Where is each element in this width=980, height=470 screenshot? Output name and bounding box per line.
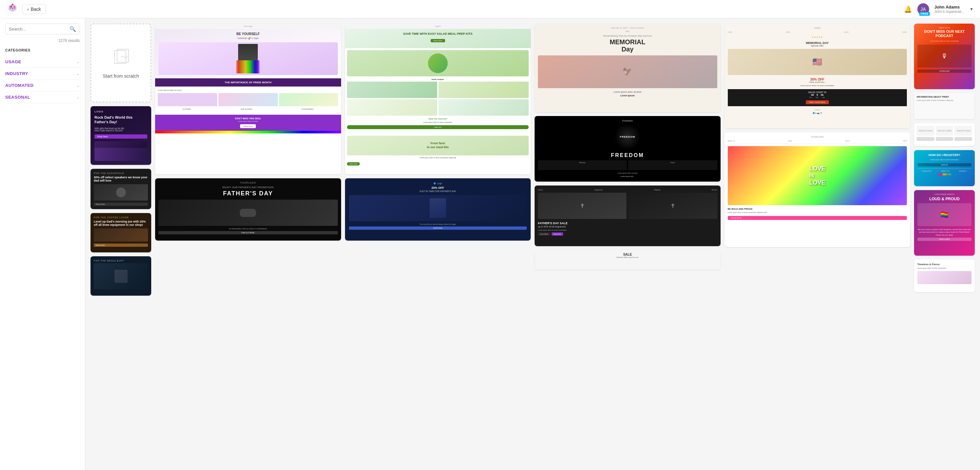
template-card-fathers-day-vr[interactable]: YOURLOGO ENJOY OUR FATHER'S DAY PROMOTIO… [155, 178, 341, 241]
template-card-fathers-fragrances[interactable]: ImprintFragrancesShippingWovers ✝ ✝ FATH… [535, 186, 721, 246]
card-body: PODCAST SALON PODCAST LOREM PODCAST IPSU… [914, 123, 975, 146]
card-body: ImprintFragrancesShippingWovers ✝ ✝ FATH… [535, 186, 721, 246]
card-body: Help Sep 12, 2022 — View in browser logo… [535, 24, 721, 112]
card-body: YOURLOGO MAKE UPSKINNAILSHAIR LOVEisLOVE… [724, 132, 910, 247]
back-button[interactable]: ‹ Back [22, 4, 46, 14]
user-dropdown-chevron-icon[interactable]: ▼ [969, 7, 974, 11]
template-card-coffee[interactable]: FOR THE COFFEE LOVER Level up Dad's morn… [91, 213, 151, 252]
template-column-4: LOGO LOGOLOGOLOGOLOGO ★★★★★ MEMORIAL DAY… [724, 24, 910, 295]
user-name: John Adams [934, 5, 964, 10]
seasonal-label: SEASONAL [5, 95, 30, 100]
template-column-5: FREE NOTE DON'T MISS OUR NEXT PODCAST Lo… [914, 24, 975, 295]
sidebar-item-automated[interactable]: AUTOMATED ⌄ [5, 79, 80, 91]
chevron-down-icon: ⌄ [76, 60, 80, 64]
chevron-down-icon: ⌄ [76, 83, 80, 88]
template-card-fathers-fragrance[interactable]: 🔷 Logo 20% OFF JUST IN TIME FOR FATHER'S… [345, 178, 531, 241]
sidebar-item-seasonal[interactable]: SEASONAL ⌄ [5, 91, 80, 103]
card-body: YOURLOGO ENJOY OUR FATHER'S DAY PROMOTIO… [155, 178, 341, 241]
card-body: FREE NOTE DON'T MISS OUR NEXT PODCAST Lo… [914, 24, 975, 89]
chevron-down-icon: ⌄ [76, 95, 80, 100]
categories-list: USAGE ⌄ INDUSTRY ⌄ AUTOMATED ⌄ SEASONAL … [5, 56, 80, 103]
back-label: Back [31, 6, 41, 12]
user-info: John Adams John's organizati... [934, 5, 964, 13]
user-avatar-wrap: JA FREE [917, 3, 929, 15]
card-body: 🔷 Logo 20% OFF JUST IN TIME FOR FATHER'S… [345, 178, 531, 241]
template-card-podcast[interactable]: FREE NOTE DON'T MISS OUR NEXT PODCAST Lo… [914, 24, 975, 89]
card-body: Logo's SAVE TIME WITH EASY SALAD MEAL PR… [345, 24, 531, 175]
card-body: SALE Special offers just for you [535, 250, 721, 270]
template-card-timeless[interactable]: Timeless & Fierce Lorem ipsum dolor sit … [914, 260, 975, 292]
scratch-label: Start from scratch [103, 73, 139, 79]
free-badge: FREE [920, 12, 930, 16]
header-right: 🔔 JA FREE John Adams John's organizati..… [904, 3, 974, 15]
card-body: Your Logo BE YOURSELF Celebrate 🌈 in sty… [155, 24, 341, 175]
header: ‹ Back 🔔 JA FREE John Adams John's organ… [0, 0, 980, 18]
sidebar-item-industry[interactable]: INDUSTRY ⌄ [5, 68, 80, 79]
template-card-logo-memorial[interactable]: LOGO LOGOLOGOLOGOLOGO ★★★★★ MEMORIAL DAY… [724, 24, 910, 129]
template-card-media[interactable]: FOR THE MEDIA BUFF [91, 256, 151, 295]
template-card-speakers[interactable]: FOR THE AUDIOPHILE 30% off select speake… [91, 169, 151, 209]
card-body: FOR THE AUDIOPHILE 30% off select speake… [91, 169, 151, 209]
template-card-how-register[interactable]: HOW DO I REGISTER? Lorem ipsum dolor sit… [914, 150, 975, 186]
template-card-podcast-row[interactable]: PODCAST SALON PODCAST LOREM PODCAST IPSU… [914, 123, 975, 146]
app-logo [6, 3, 18, 16]
template-card-salad[interactable]: Logo's SAVE TIME WITH EASY SALAD MEAL PR… [345, 24, 531, 175]
bell-icon[interactable]: 🔔 [904, 6, 912, 13]
card-body: LOGO LOGOLOGOLOGOLOGO ★★★★★ MEMORIAL DAY… [724, 24, 910, 129]
search-icon[interactable]: 🔍 [70, 26, 76, 32]
template-card-info-print[interactable]: INFORMATION ABOUT PRINT Lorem ipsum dolo… [914, 93, 975, 119]
template-card-pride[interactable]: Your Logo BE YOURSELF Celebrate 🌈 in sty… [155, 24, 341, 175]
scratch-card[interactable]: Start from scratch [91, 24, 151, 102]
card-body: HOW DO I REGISTER? Lorem ipsum dolor sit… [914, 150, 975, 186]
usage-label: USAGE [5, 59, 21, 64]
template-column-0: Start from scratch LOGO Rock Dad's World… [91, 24, 151, 295]
card-body: INFORMATION ABOUT PRINT Lorem ipsum dolo… [914, 93, 975, 119]
scratch-icon [111, 47, 131, 68]
header-left: ‹ Back [6, 3, 46, 16]
template-column-3: Help Sep 12, 2022 — View in browser logo… [535, 24, 721, 295]
chevron-down-icon: ⌄ [76, 71, 80, 76]
card-body: LOGO PRIDE MONTH LOUD & PROUD 🏳️‍🌈 We ar… [914, 190, 975, 256]
templates-area: Start from scratch LOGO Rock Dad's World… [91, 24, 975, 295]
template-card-sale[interactable]: SALE Special offers just for you [535, 250, 721, 270]
svg-rect-8 [117, 49, 129, 62]
template-card-memorial[interactable]: Help Sep 12, 2022 — View in browser logo… [535, 24, 721, 112]
back-chevron-icon: ‹ [27, 6, 29, 12]
automated-label: AUTOMATED [5, 83, 33, 88]
search-wrap: 🔍 [5, 24, 80, 35]
user-org: John's organizati... [934, 10, 964, 13]
avatar-initials: JA [921, 6, 926, 12]
card-body: FOR THE MEDIA BUFF [91, 256, 151, 295]
results-count: 1276 results [5, 38, 80, 43]
search-input[interactable] [9, 27, 70, 32]
industry-label: INDUSTRY [5, 71, 28, 76]
categories-label: CATEGORIES [5, 48, 80, 52]
notification-bell-wrap: 🔔 [904, 5, 912, 13]
main-layout: 🔍 1276 results CATEGORIES USAGE ⌄ INDUST… [0, 18, 980, 470]
template-card-loud-proud[interactable]: LOGO PRIDE MONTH LOUD & PROUD 🏳️‍🌈 We ar… [914, 190, 975, 256]
card-body: FOR THE COFFEE LOVER Level up Dad's morn… [91, 213, 151, 252]
sidebar-item-usage[interactable]: USAGE ⌄ [5, 56, 80, 68]
card-body: Timeless & Fierce Lorem ipsum dolor sit … [914, 260, 975, 292]
sidebar: 🔍 1276 results CATEGORIES USAGE ⌄ INDUST… [0, 18, 85, 470]
template-card-fathers-day-1[interactable]: LOGO Rock Dad's World this Father's Day!… [91, 106, 151, 165]
card-body: LOGO Rock Dad's World this Father's Day!… [91, 106, 151, 165]
template-column-2: Logo's SAVE TIME WITH EASY SALAD MEAL PR… [345, 24, 531, 295]
template-card-love-is-love[interactable]: YOURLOGO MAKE UPSKINNAILSHAIR LOVEisLOVE… [724, 132, 910, 247]
template-card-freedom[interactable]: Freedom FREEDOM FREEDOM Reviews Honor Lo… [535, 116, 721, 182]
templates-content: Start from scratch LOGO Rock Dad's World… [85, 18, 980, 470]
card-body: Freedom FREEDOM FREEDOM Reviews Honor Lo… [535, 116, 721, 182]
template-column-1: Your Logo BE YOURSELF Celebrate 🌈 in sty… [155, 24, 341, 295]
